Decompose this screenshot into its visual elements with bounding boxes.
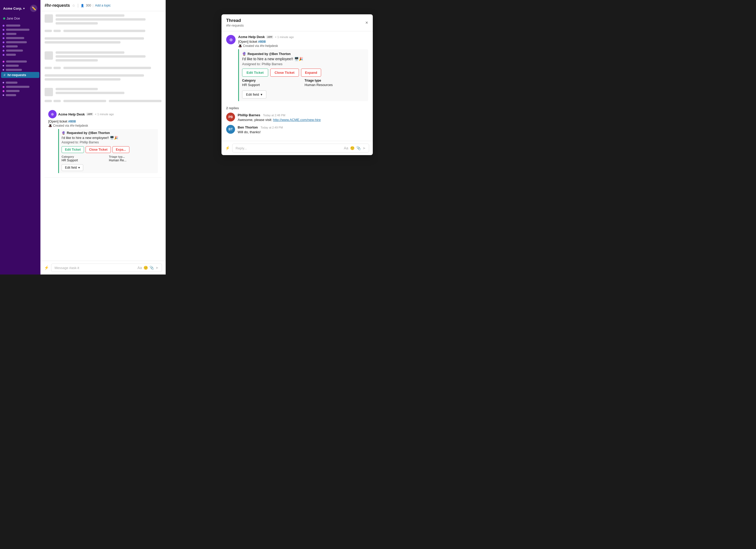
- send-icon[interactable]: ➤: [155, 266, 159, 270]
- category-field: Category HR Support: [62, 155, 108, 162]
- close-ticket-button[interactable]: Close Ticket: [86, 146, 111, 153]
- sidebar-item-g3-4[interactable]: [0, 93, 40, 97]
- helpdesk-message: ⊕ Acme Help Desk APP < 1 minute ago [Ope…: [45, 107, 161, 178]
- thread-expand-button[interactable]: Expand: [301, 69, 321, 77]
- hash-icon: #: [4, 73, 5, 77]
- reply-2-content: Ben Thorton Today at 2:49 PM Will do, th…: [238, 125, 368, 134]
- thread-close-ticket-button[interactable]: Close Ticket: [270, 69, 299, 77]
- thread-timestamp: < 1 minute ago: [275, 35, 294, 39]
- skeleton-msg-3: [45, 37, 161, 45]
- triage-field: Triage typ... Human Re...: [109, 155, 155, 162]
- sidebar-nav: # hr-requests: [0, 22, 40, 98]
- thread-title-area: Thread #hr-requests: [226, 18, 244, 27]
- thread-reply-placeholder: Reply...: [236, 146, 247, 150]
- format-aa-icon[interactable]: Aa: [137, 266, 142, 270]
- thread-open-label: [Open] ticket #808: [238, 40, 368, 44]
- skeleton-msg-8: [45, 100, 161, 104]
- thread-created-via: 🎩 Created via #hr-helpdesk: [238, 44, 368, 48]
- thread-ticket-number[interactable]: #808: [258, 40, 266, 44]
- thread-lightning-icon: ⚡: [225, 146, 230, 151]
- thread-ticket-actions: Edit Ticket Close Ticket Expand: [242, 69, 365, 77]
- message-placeholder: Message #ask-it: [55, 266, 79, 270]
- thread-category-value: HR Support: [242, 83, 303, 87]
- sidebar-item-hr-requests[interactable]: # hr-requests: [1, 72, 39, 78]
- reply-2-avatar: BT: [226, 125, 235, 134]
- channel-header: #hr-requests ☆ | 👤 300 | Add a topic: [40, 0, 166, 11]
- sidebar-item-g3-3[interactable]: [0, 89, 40, 93]
- add-topic-link[interactable]: Add a topic: [95, 4, 111, 7]
- thread-emoji-icon[interactable]: 🙂: [350, 146, 355, 150]
- thread-edit-ticket-button[interactable]: Edit Ticket: [242, 69, 268, 77]
- close-thread-button[interactable]: ×: [365, 20, 368, 26]
- thread-msg-content: Acme Help Desk APP < 1 minute ago [Open]…: [238, 35, 368, 103]
- thread-title: Thread: [226, 18, 244, 23]
- thread-triage-field: Triage type Human Resources: [305, 79, 365, 87]
- reply-1-text: Awesome, please visit: http://www.ACME.c…: [238, 118, 368, 122]
- ticket-number-link[interactable]: #808: [68, 119, 76, 123]
- edit-field-label: Edit field: [65, 166, 77, 170]
- category-label: Category: [62, 155, 108, 158]
- sidebar-item-7[interactable]: [0, 49, 40, 53]
- skel-avatar-4: [45, 51, 53, 60]
- reply-1-text-before: Awesome, please visit:: [238, 118, 273, 122]
- thread-sender-row: Acme Help Desk APP < 1 minute ago: [238, 35, 368, 39]
- thread-reply-input[interactable]: Reply... Aa 🙂 📎 ➤: [232, 144, 369, 153]
- skel-content-6: [45, 74, 161, 82]
- skeleton-msg-4: [45, 51, 161, 63]
- sidebar-item-4[interactable]: [0, 36, 40, 40]
- lightning-icon: ⚡: [44, 266, 49, 270]
- attachment-icon[interactable]: 📎: [149, 266, 154, 270]
- ticket-fields: Category HR Support Triage typ... Human …: [62, 155, 155, 162]
- edit-ticket-button[interactable]: Edit Ticket: [62, 146, 84, 153]
- thread-format-aa-icon[interactable]: Aa: [344, 146, 348, 150]
- thread-triage-value: Human Resources: [305, 83, 365, 87]
- sidebar-item-g2-1[interactable]: [0, 59, 40, 64]
- compose-button[interactable]: ✏️: [30, 5, 37, 12]
- sidebar-item-8[interactable]: [0, 53, 40, 57]
- input-action-icons: Aa 🙂 📎 ➤: [137, 266, 159, 270]
- skel-content-7: [56, 88, 161, 96]
- thread-sender-name: Acme Help Desk: [238, 35, 265, 39]
- sidebar-item-g3-1[interactable]: [0, 81, 40, 85]
- skel-avatar-7: [45, 88, 53, 96]
- thread-attachment-icon[interactable]: 📎: [356, 146, 361, 150]
- thread-channel-label: #hr-requests: [226, 24, 244, 27]
- channel-meta: 👤 300 | Add a topic: [81, 4, 111, 7]
- skel-avatar-1: [45, 14, 53, 23]
- thread-body: ⊕ Acme Help Desk APP < 1 minute ago [Ope…: [221, 31, 373, 141]
- thread-header: Thread #hr-requests ×: [221, 14, 373, 31]
- ticket-assigned: Assigned to: Phillip Barnes: [62, 141, 155, 144]
- requester-label: Requested by @Ben Thorton: [67, 131, 110, 135]
- bot-avatar: ⊕: [48, 110, 57, 118]
- skeleton-msg-2: [45, 30, 161, 34]
- user-info: Jane Doe: [0, 16, 40, 22]
- edit-field-button[interactable]: Edit field ▾: [62, 164, 83, 171]
- emoji-icon[interactable]: 🙂: [143, 266, 148, 270]
- people-icon: 👤: [81, 4, 84, 7]
- sidebar-item-g3-2[interactable]: [0, 85, 40, 89]
- reply-1-link[interactable]: http://www.ACME.com/new-hire: [273, 118, 321, 122]
- message-input-field[interactable]: Message #ask-it Aa 🙂 📎 ➤: [51, 264, 162, 272]
- thread-input-bar: ⚡ Reply... Aa 🙂 📎 ➤: [221, 141, 373, 155]
- workspace-name[interactable]: Acme Corp. ▾: [3, 7, 25, 10]
- sidebar-item-g2-3[interactable]: [0, 68, 40, 72]
- app-badge: APP: [86, 113, 93, 116]
- thread-category-field: Category HR Support: [242, 79, 303, 87]
- replies-divider: 2 replies: [226, 106, 368, 110]
- sidebar-item-6[interactable]: [0, 44, 40, 49]
- skel-content-4: [56, 51, 161, 63]
- sender-name: Acme Help Desk: [58, 112, 85, 116]
- thread-edit-field-button[interactable]: Edit field ▾: [242, 91, 266, 99]
- meta-separator: |: [93, 4, 93, 7]
- thread-input-actions: Aa 🙂 📎 ➤: [344, 146, 366, 150]
- skeleton-msg-5: [45, 67, 161, 71]
- sidebar-item-3[interactable]: [0, 32, 40, 36]
- thread-chevron-down-icon: ▾: [261, 93, 262, 97]
- sidebar-item-1[interactable]: [0, 23, 40, 28]
- sidebar-item-2[interactable]: [0, 28, 40, 32]
- thread-send-icon[interactable]: ➤: [363, 146, 366, 150]
- expand-button[interactable]: Expa...: [112, 146, 129, 153]
- star-icon[interactable]: ☆: [72, 3, 75, 8]
- sidebar-item-g2-2[interactable]: [0, 64, 40, 68]
- sidebar-item-5[interactable]: [0, 40, 40, 44]
